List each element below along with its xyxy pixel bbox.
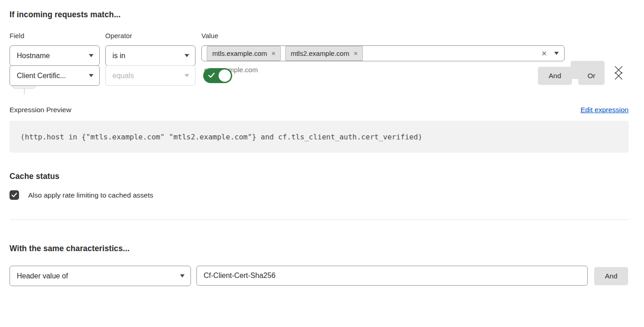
operator-column-label: Operator [105, 32, 201, 40]
cache-checkbox-row: Also apply rate limiting to cached asset… [10, 190, 629, 200]
value-tag-text: mtls.example.com [212, 50, 267, 57]
header-name-input[interactable] [196, 266, 588, 286]
characteristics-row: Header value of And [10, 266, 629, 286]
edit-expression-link[interactable]: Edit expression [581, 106, 629, 114]
value-tag: mtls.example.com ✕ [207, 46, 281, 61]
cached-assets-label: Also apply rate limiting to cached asset… [28, 191, 153, 199]
add-or-condition-button[interactable]: Or [578, 67, 605, 85]
check-icon [208, 73, 215, 78]
expression-preview-header: Expression Preview Edit expression [10, 106, 629, 114]
remove-tag-icon[interactable]: ✕ [353, 50, 358, 57]
add-characteristic-button[interactable]: And [594, 267, 628, 285]
field-select-1[interactable]: Hostname [10, 45, 100, 66]
remove-tag-icon[interactable]: ✕ [271, 50, 276, 57]
chevron-down-icon [180, 274, 185, 277]
characteristic-select-value: Header value of [17, 272, 176, 280]
delete-condition-icon[interactable] [613, 70, 624, 81]
field-select-2[interactable]: Client Certific... [10, 65, 100, 86]
value-tag: mtls2.example.com ✕ [285, 46, 363, 61]
boolean-value-toggle[interactable] [203, 68, 232, 83]
chevron-down-icon [89, 54, 93, 57]
field-column-label: Field [10, 32, 105, 40]
operator-select-1[interactable]: is in [105, 45, 195, 66]
connector-line-bottom [24, 89, 24, 94]
cached-assets-checkbox[interactable] [10, 190, 19, 200]
value-multiselect[interactable]: mtls.example.com ✕ mtls2.example.com ✕ ✕ [201, 45, 565, 61]
chevron-down-icon [185, 74, 189, 77]
clear-values-icon[interactable]: ✕ [541, 50, 547, 57]
value-column-label: Value [201, 32, 218, 40]
value-cell-1: mtls.example.com ✕ mtls2.example.com ✕ ✕… [201, 45, 565, 74]
operator-select-2: equals [105, 65, 195, 86]
chevron-down-icon [185, 54, 189, 57]
value-tag-text: mtls2.example.com [291, 50, 349, 57]
column-labels: Field Operator Value [10, 32, 629, 40]
value-input-controls: ✕ [541, 50, 559, 57]
field-select-1-value: Hostname [17, 52, 85, 60]
expression-code: (http.host in {"mtls.example.com" "mtls2… [10, 121, 629, 153]
operator-select-2-value: equals [112, 72, 181, 80]
cache-section-heading: Cache status [10, 172, 629, 181]
characteristics-heading: With the same characteristics... [10, 244, 629, 253]
toggle-knob [219, 69, 231, 82]
match-section-heading: If incoming requests match... [10, 10, 629, 20]
chevron-down-icon [89, 74, 93, 77]
characteristic-select[interactable]: Header value of [10, 266, 191, 286]
rule-builder-page: If incoming requests match... Field Oper… [0, 0, 644, 286]
chevron-down-icon[interactable] [554, 52, 559, 55]
add-and-condition-button-2[interactable]: And [538, 67, 572, 85]
operator-select-1-value: is in [112, 52, 181, 60]
section-divider [10, 219, 629, 220]
value-helper-text: e.g. example.com [201, 66, 565, 74]
field-select-2-value: Client Certific... [17, 72, 85, 80]
check-icon [11, 193, 17, 198]
expression-preview-label: Expression Preview [10, 106, 71, 114]
